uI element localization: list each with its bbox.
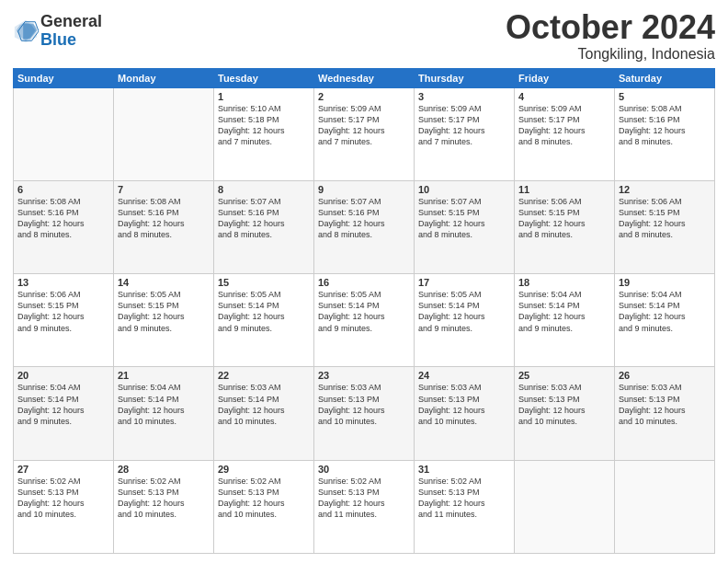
day-info: Sunrise: 5:03 AMSunset: 5:13 PMDaylight:… [619, 382, 711, 427]
day-info: Sunrise: 5:04 AMSunset: 5:14 PMDaylight:… [17, 382, 109, 427]
calendar-week-1: 1Sunrise: 5:10 AMSunset: 5:18 PMDaylight… [14, 87, 715, 180]
calendar-cell: 12Sunrise: 5:06 AMSunset: 5:15 PMDayligh… [615, 180, 715, 273]
day-info: Sunrise: 5:02 AMSunset: 5:13 PMDaylight:… [218, 476, 310, 521]
calendar-cell: 17Sunrise: 5:05 AMSunset: 5:14 PMDayligh… [415, 274, 515, 367]
day-info: Sunrise: 5:02 AMSunset: 5:13 PMDaylight:… [17, 476, 109, 521]
calendar-week-4: 20Sunrise: 5:04 AMSunset: 5:14 PMDayligh… [14, 367, 715, 460]
calendar-cell: 5Sunrise: 5:08 AMSunset: 5:16 PMDaylight… [615, 87, 715, 180]
calendar-cell: 9Sunrise: 5:07 AMSunset: 5:16 PMDaylight… [314, 180, 415, 273]
day-info: Sunrise: 5:05 AMSunset: 5:14 PMDaylight:… [218, 289, 310, 334]
day-number: 27 [17, 464, 109, 475]
day-number: 31 [418, 464, 510, 475]
calendar-cell: 13Sunrise: 5:06 AMSunset: 5:15 PMDayligh… [14, 274, 114, 367]
day-number: 21 [118, 370, 210, 381]
day-number: 16 [318, 277, 410, 288]
day-info: Sunrise: 5:03 AMSunset: 5:13 PMDaylight:… [318, 382, 410, 427]
calendar-cell: 23Sunrise: 5:03 AMSunset: 5:13 PMDayligh… [314, 367, 415, 460]
day-info: Sunrise: 5:05 AMSunset: 5:15 PMDaylight:… [118, 289, 210, 334]
calendar-cell: 3Sunrise: 5:09 AMSunset: 5:17 PMDaylight… [415, 87, 515, 180]
day-info: Sunrise: 5:05 AMSunset: 5:14 PMDaylight:… [418, 289, 510, 334]
calendar-header-friday: Friday [515, 68, 615, 87]
logo-line1: General [40, 13, 102, 31]
day-info: Sunrise: 5:09 AMSunset: 5:17 PMDaylight:… [318, 103, 410, 148]
day-info: Sunrise: 5:06 AMSunset: 5:15 PMDaylight:… [518, 196, 610, 241]
calendar-cell [515, 460, 615, 553]
calendar-cell: 6Sunrise: 5:08 AMSunset: 5:16 PMDaylight… [14, 180, 114, 273]
day-info: Sunrise: 5:08 AMSunset: 5:16 PMDaylight:… [17, 196, 109, 241]
day-info: Sunrise: 5:05 AMSunset: 5:14 PMDaylight:… [318, 289, 410, 334]
day-info: Sunrise: 5:07 AMSunset: 5:16 PMDaylight:… [318, 196, 410, 241]
logo-icon [13, 18, 39, 44]
calendar-cell: 27Sunrise: 5:02 AMSunset: 5:13 PMDayligh… [14, 460, 114, 553]
day-number: 22 [218, 370, 310, 381]
calendar-cell: 19Sunrise: 5:04 AMSunset: 5:14 PMDayligh… [615, 274, 715, 367]
calendar-header-monday: Monday [114, 68, 214, 87]
day-number: 17 [418, 277, 510, 288]
day-number: 30 [318, 464, 410, 475]
day-info: Sunrise: 5:02 AMSunset: 5:13 PMDaylight:… [418, 476, 510, 521]
calendar-cell: 15Sunrise: 5:05 AMSunset: 5:14 PMDayligh… [214, 274, 314, 367]
day-number: 12 [619, 184, 711, 195]
calendar-cell: 29Sunrise: 5:02 AMSunset: 5:13 PMDayligh… [214, 460, 314, 553]
calendar-cell: 11Sunrise: 5:06 AMSunset: 5:15 PMDayligh… [515, 180, 615, 273]
calendar-cell [14, 87, 114, 180]
logo: General Blue [13, 13, 102, 50]
day-info: Sunrise: 5:04 AMSunset: 5:14 PMDaylight:… [518, 289, 610, 334]
day-number: 20 [17, 370, 109, 381]
calendar-cell: 30Sunrise: 5:02 AMSunset: 5:13 PMDayligh… [314, 460, 415, 553]
calendar-cell: 14Sunrise: 5:05 AMSunset: 5:15 PMDayligh… [114, 274, 214, 367]
calendar-header-row: SundayMondayTuesdayWednesdayThursdayFrid… [14, 68, 715, 87]
day-number: 10 [418, 184, 510, 195]
day-number: 4 [518, 91, 610, 102]
day-number: 5 [619, 91, 711, 102]
subtitle: Tongkiling, Indonesia [506, 46, 715, 63]
day-number: 26 [619, 370, 711, 381]
calendar-header-tuesday: Tuesday [214, 68, 314, 87]
day-number: 14 [118, 277, 210, 288]
day-number: 6 [17, 184, 109, 195]
day-info: Sunrise: 5:03 AMSunset: 5:14 PMDaylight:… [218, 382, 310, 427]
calendar-cell: 8Sunrise: 5:07 AMSunset: 5:16 PMDaylight… [214, 180, 314, 273]
calendar-cell: 2Sunrise: 5:09 AMSunset: 5:17 PMDaylight… [314, 87, 415, 180]
day-info: Sunrise: 5:03 AMSunset: 5:13 PMDaylight:… [518, 382, 610, 427]
calendar-cell: 31Sunrise: 5:02 AMSunset: 5:13 PMDayligh… [415, 460, 515, 553]
calendar-cell: 1Sunrise: 5:10 AMSunset: 5:18 PMDaylight… [214, 87, 314, 180]
header: General Blue October 2024 Tongkiling, In… [13, 9, 715, 63]
day-info: Sunrise: 5:02 AMSunset: 5:13 PMDaylight:… [318, 476, 410, 521]
day-number: 18 [518, 277, 610, 288]
calendar-header-wednesday: Wednesday [314, 68, 415, 87]
calendar-header-saturday: Saturday [615, 68, 715, 87]
day-number: 25 [518, 370, 610, 381]
month-title: October 2024 [506, 9, 715, 46]
calendar-cell [615, 460, 715, 553]
calendar-cell: 20Sunrise: 5:04 AMSunset: 5:14 PMDayligh… [14, 367, 114, 460]
day-number: 8 [218, 184, 310, 195]
day-info: Sunrise: 5:07 AMSunset: 5:16 PMDaylight:… [218, 196, 310, 241]
day-number: 23 [318, 370, 410, 381]
calendar-cell: 4Sunrise: 5:09 AMSunset: 5:17 PMDaylight… [515, 87, 615, 180]
calendar-header-thursday: Thursday [415, 68, 515, 87]
calendar-cell [114, 87, 214, 180]
day-info: Sunrise: 5:02 AMSunset: 5:13 PMDaylight:… [118, 476, 210, 521]
calendar-table: SundayMondayTuesdayWednesdayThursdayFrid… [13, 68, 715, 554]
day-number: 13 [17, 277, 109, 288]
calendar-cell: 25Sunrise: 5:03 AMSunset: 5:13 PMDayligh… [515, 367, 615, 460]
calendar-cell: 7Sunrise: 5:08 AMSunset: 5:16 PMDaylight… [114, 180, 214, 273]
day-info: Sunrise: 5:09 AMSunset: 5:17 PMDaylight:… [418, 103, 510, 148]
calendar-week-5: 27Sunrise: 5:02 AMSunset: 5:13 PMDayligh… [14, 460, 715, 553]
day-info: Sunrise: 5:04 AMSunset: 5:14 PMDaylight:… [118, 382, 210, 427]
calendar-header-sunday: Sunday [14, 68, 114, 87]
page: General Blue October 2024 Tongkiling, In… [0, 0, 728, 563]
day-number: 2 [318, 91, 410, 102]
calendar-cell: 28Sunrise: 5:02 AMSunset: 5:13 PMDayligh… [114, 460, 214, 553]
logo-line2: Blue [40, 31, 102, 50]
day-info: Sunrise: 5:10 AMSunset: 5:18 PMDaylight:… [218, 103, 310, 148]
day-info: Sunrise: 5:06 AMSunset: 5:15 PMDaylight:… [17, 289, 109, 334]
day-number: 29 [218, 464, 310, 475]
day-number: 11 [518, 184, 610, 195]
day-info: Sunrise: 5:03 AMSunset: 5:13 PMDaylight:… [418, 382, 510, 427]
day-info: Sunrise: 5:07 AMSunset: 5:15 PMDaylight:… [418, 196, 510, 241]
calendar-week-2: 6Sunrise: 5:08 AMSunset: 5:16 PMDaylight… [14, 180, 715, 273]
title-area: October 2024 Tongkiling, Indonesia [506, 9, 715, 63]
day-number: 24 [418, 370, 510, 381]
